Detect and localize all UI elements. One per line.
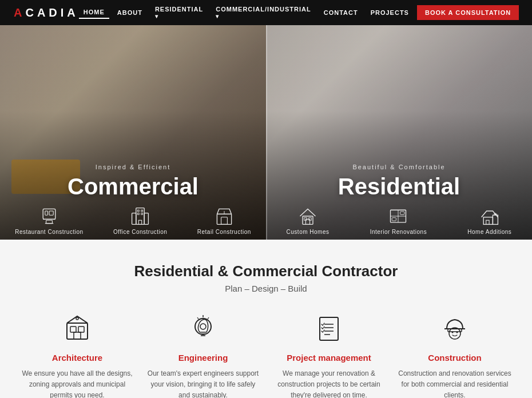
commercial-title: Commercial bbox=[0, 174, 266, 200]
svg-rect-11 bbox=[138, 213, 140, 215]
svg-rect-2 bbox=[49, 211, 53, 215]
header: ACADIA HOME ABOUT RESIDENTIAL COMMERCIAL… bbox=[0, 0, 532, 25]
main-section: Residential & Commercial Contractor Plan… bbox=[0, 240, 532, 398]
feature-engineering: Engineering Our team's expert engineers … bbox=[146, 311, 260, 398]
svg-point-54 bbox=[456, 332, 458, 333]
project-management-desc: We manage your renovation & construction… bbox=[272, 368, 386, 398]
svg-line-43 bbox=[208, 317, 209, 319]
residential-icons-bar: Custom Homes Interior Renovations bbox=[266, 200, 532, 240]
nav-commercial[interactable]: COMMERCIAL/INDUSTRIAL bbox=[211, 3, 315, 22]
residential-subtitle: Beautiful & Comfortable bbox=[266, 164, 532, 170]
home-additions-icon bbox=[479, 206, 500, 226]
svg-rect-7 bbox=[132, 213, 136, 225]
nav-contact[interactable]: CONTACT bbox=[319, 7, 363, 18]
nav-projects[interactable]: PROJECTS bbox=[366, 7, 414, 18]
engineering-desc: Our team's expert engineers support your… bbox=[146, 368, 260, 398]
residential-icon-additions: Home Additions bbox=[467, 206, 511, 235]
features-grid: Architecture We ensure you have all the … bbox=[20, 311, 512, 398]
svg-rect-8 bbox=[144, 213, 148, 225]
logo-text: CADIA bbox=[25, 6, 78, 19]
section-subtitle: Plan – Design – Build bbox=[11, 284, 521, 293]
section-title: Residential & Commercial Contractor bbox=[11, 262, 521, 280]
engineering-icon bbox=[187, 313, 219, 345]
svg-rect-12 bbox=[141, 213, 143, 215]
svg-point-53 bbox=[452, 332, 454, 333]
svg-rect-25 bbox=[392, 218, 396, 221]
svg-rect-34 bbox=[78, 327, 84, 332]
svg-rect-28 bbox=[486, 220, 489, 224]
office-icon bbox=[130, 206, 150, 226]
svg-rect-6 bbox=[136, 208, 144, 225]
svg-rect-35 bbox=[74, 332, 81, 339]
svg-rect-14 bbox=[217, 214, 231, 224]
logo: ACADIA bbox=[14, 6, 79, 19]
nav-home[interactable]: HOME bbox=[79, 6, 109, 19]
residential-icon-custom-homes: Custom Homes bbox=[287, 206, 329, 235]
interior-label: Interior Renovations bbox=[370, 229, 427, 235]
residential-content: Beautiful & Comfortable Residential bbox=[266, 164, 532, 200]
residential-title: Residential bbox=[266, 174, 532, 200]
commercial-icons-bar: Restaurant Construction Office Construct… bbox=[0, 200, 266, 240]
home-additions-label: Home Additions bbox=[467, 229, 511, 235]
svg-rect-33 bbox=[70, 327, 76, 332]
restaurant-label: Restaurant Construction bbox=[15, 229, 83, 235]
svg-rect-26 bbox=[400, 212, 404, 214]
commercial-subtitle: Inspired & Efficient bbox=[0, 164, 266, 170]
svg-rect-16 bbox=[221, 217, 227, 225]
restaurant-icon bbox=[39, 206, 59, 226]
svg-point-38 bbox=[200, 324, 206, 329]
project-management-icon-container bbox=[311, 311, 347, 347]
svg-rect-27 bbox=[483, 217, 493, 225]
residential-icon-interior: Interior Renovations bbox=[370, 206, 427, 235]
svg-rect-10 bbox=[141, 210, 143, 212]
commercial-content: Inspired & Efficient Commercial bbox=[0, 164, 266, 200]
retail-label: Retail Construction bbox=[197, 229, 251, 235]
svg-rect-9 bbox=[138, 210, 140, 212]
commercial-icon-office: Office Construction bbox=[113, 206, 167, 235]
architecture-icon bbox=[61, 313, 93, 345]
project-management-title: Project management bbox=[287, 353, 371, 363]
hero-commercial[interactable]: Inspired & Efficient Commercial Restaura… bbox=[0, 25, 266, 240]
custom-homes-icon bbox=[297, 206, 318, 226]
feature-construction: Construction Construction and renovation… bbox=[398, 311, 512, 398]
feature-project-management: Project management We manage your renova… bbox=[272, 311, 386, 398]
construction-icon bbox=[439, 313, 471, 345]
nav-residential[interactable]: RESIDENTIAL bbox=[150, 3, 208, 22]
nav-about[interactable]: ABOUT bbox=[113, 7, 147, 18]
svg-rect-1 bbox=[45, 211, 48, 215]
hero-section: Inspired & Efficient Commercial Restaura… bbox=[0, 25, 532, 240]
hero-residential[interactable]: Beautiful & Comfortable Residential Cust… bbox=[266, 25, 532, 240]
construction-title: Construction bbox=[428, 353, 481, 363]
project-management-icon bbox=[313, 313, 345, 345]
svg-rect-13 bbox=[138, 220, 141, 224]
feature-architecture: Architecture We ensure you have all the … bbox=[20, 311, 134, 398]
svg-point-36 bbox=[76, 317, 78, 320]
main-nav: HOME ABOUT RESIDENTIAL COMMERCIAL/INDUST… bbox=[79, 3, 519, 22]
commercial-icon-retail: Retail Construction bbox=[197, 206, 251, 235]
engineering-title: Engineering bbox=[178, 353, 228, 363]
book-consultation-button[interactable]: BOOK A CONSULTATION bbox=[417, 5, 519, 20]
hero-divider bbox=[266, 25, 267, 240]
retail-icon bbox=[214, 206, 235, 226]
engineering-icon-container bbox=[185, 311, 221, 347]
custom-homes-label: Custom Homes bbox=[287, 229, 329, 235]
logo-accent: A bbox=[14, 6, 25, 19]
architecture-icon-container bbox=[59, 311, 96, 347]
interior-renovations-icon bbox=[388, 206, 408, 226]
commercial-icon-restaurant: Restaurant Construction bbox=[15, 206, 83, 235]
architecture-title: Architecture bbox=[52, 353, 102, 363]
construction-icon-container bbox=[436, 311, 473, 347]
svg-line-44 bbox=[197, 317, 198, 319]
construction-desc: Construction and renovation services for… bbox=[398, 368, 512, 398]
office-label: Office Construction bbox=[113, 229, 167, 235]
svg-rect-4 bbox=[46, 220, 52, 223]
architecture-desc: We ensure you have all the designs, zoni… bbox=[20, 368, 134, 398]
